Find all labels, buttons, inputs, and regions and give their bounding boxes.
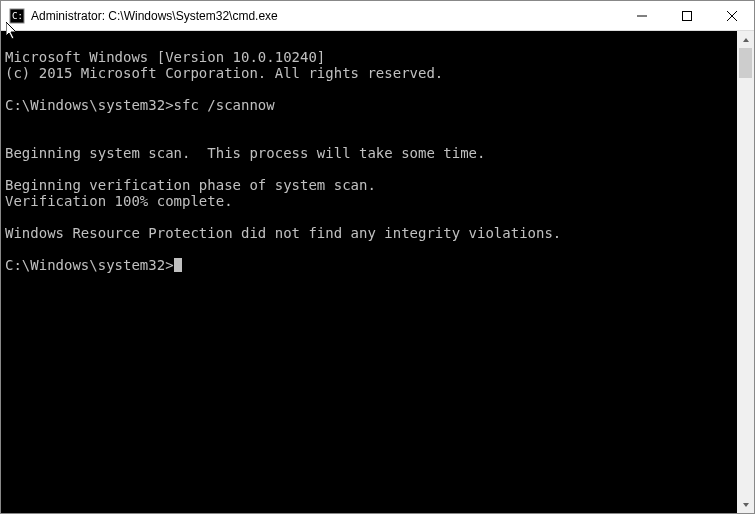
output-line: Verification 100% complete.: [5, 193, 233, 209]
command-input: sfc /scannow: [174, 97, 275, 113]
scroll-down-button[interactable]: [737, 496, 754, 513]
maximize-button[interactable]: [664, 1, 709, 30]
output-line: (c) 2015 Microsoft Corporation. All righ…: [5, 65, 443, 81]
close-button[interactable]: [709, 1, 754, 30]
console-output[interactable]: Microsoft Windows [Version 10.0.10240] (…: [1, 31, 737, 513]
scroll-track[interactable]: [737, 48, 754, 496]
svg-rect-3: [682, 11, 691, 20]
svg-text:C:: C:: [12, 11, 23, 21]
minimize-button[interactable]: [619, 1, 664, 30]
svg-marker-7: [743, 503, 749, 507]
prompt: C:\Windows\system32>: [5, 257, 174, 273]
scroll-thumb[interactable]: [739, 48, 752, 78]
output-line: Microsoft Windows [Version 10.0.10240]: [5, 49, 325, 65]
output-line: Beginning verification phase of system s…: [5, 177, 376, 193]
output-line: Windows Resource Protection did not find…: [5, 225, 561, 241]
svg-marker-6: [743, 38, 749, 42]
cmd-window: C: Administrator: C:\Windows\System32\cm…: [0, 0, 755, 514]
prompt: C:\Windows\system32>: [5, 97, 174, 113]
vertical-scrollbar[interactable]: [737, 31, 754, 513]
titlebar[interactable]: C: Administrator: C:\Windows\System32\cm…: [1, 1, 754, 31]
scroll-up-button[interactable]: [737, 31, 754, 48]
cmd-icon: C:: [9, 8, 25, 24]
window-controls: [619, 1, 754, 30]
text-cursor: [174, 258, 182, 272]
output-line: Beginning system scan. This process will…: [5, 145, 485, 161]
console-area: Microsoft Windows [Version 10.0.10240] (…: [1, 31, 754, 513]
window-title: Administrator: C:\Windows\System32\cmd.e…: [31, 9, 619, 23]
